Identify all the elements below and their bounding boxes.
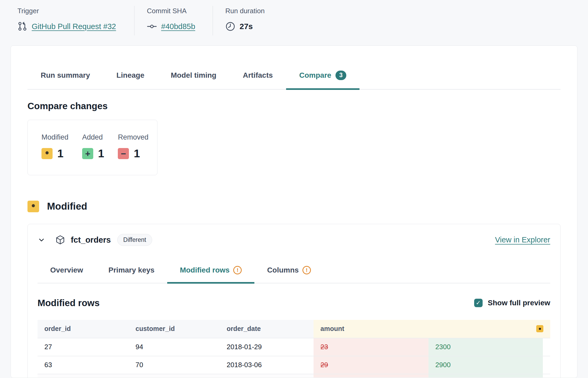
clock-icon	[225, 21, 235, 31]
tab-overview[interactable]: Overview	[38, 266, 96, 283]
modified-count: 1	[57, 147, 63, 160]
modified-icon: •	[41, 148, 53, 159]
tab-run-summary[interactable]: Run summary	[27, 71, 103, 89]
tab-columns[interactable]: Columns !	[254, 266, 324, 283]
added-icon: +	[82, 148, 93, 159]
modified-column-badge	[536, 325, 543, 332]
amount-old-value: 23	[314, 338, 428, 356]
model-cube-icon	[55, 235, 66, 245]
tab-compare[interactable]: Compare 3	[286, 71, 360, 89]
removed-icon: −	[118, 148, 129, 159]
removed-count: 1	[134, 147, 140, 160]
model-card-header: fct_orders Different View in Explorer	[38, 232, 550, 248]
show-full-preview-toggle[interactable]: ✓ Show full preview	[474, 299, 550, 307]
commit-sha-link[interactable]: #40bd85b	[161, 22, 195, 31]
duration-meta: Run duration 27s	[213, 7, 265, 45]
chevron-down-icon[interactable]	[38, 236, 45, 244]
compare-changes-title: Compare changes	[27, 101, 561, 111]
stat-added: Added + 1	[82, 133, 104, 175]
commit-meta: Commit SHA #40bd85b	[134, 7, 213, 45]
change-stats-card: Modified • 1 Added + 1 Removed − 1	[27, 120, 157, 175]
modified-group-title: Modified	[47, 201, 87, 212]
run-detail-card: Run summary Lineage Model timing Artifac…	[11, 45, 577, 378]
table-row-partial	[38, 374, 550, 377]
modified-rows-table: order_id customer_id order_date amount 2…	[38, 320, 550, 377]
amount-new-value: 2900	[428, 356, 543, 374]
modified-icon: •	[27, 201, 39, 212]
tab-modified-rows[interactable]: Modified rows !	[167, 266, 254, 283]
tab-primary-keys[interactable]: Primary keys	[96, 266, 167, 283]
modified-group-header: • Modified	[27, 201, 561, 212]
model-name: fct_orders	[71, 235, 111, 245]
col-header-amount: amount	[314, 320, 550, 338]
duration-value: 27s	[240, 22, 253, 31]
col-header-order-id: order_id	[38, 325, 129, 333]
tab-lineage[interactable]: Lineage	[103, 71, 158, 89]
trigger-link[interactable]: GitHub Pull Request #32	[32, 22, 116, 31]
warning-icon: !	[302, 266, 311, 274]
commit-icon	[147, 21, 157, 31]
checkbox-checked-icon[interactable]: ✓	[474, 299, 483, 307]
model-status-badge: Different	[117, 234, 152, 246]
duration-label: Run duration	[225, 7, 265, 15]
amount-old-value: 29	[314, 356, 428, 374]
col-header-order-date: order_date	[220, 325, 314, 333]
trigger-meta: Trigger GitHub Pull Request #32	[17, 7, 134, 45]
stat-removed: Removed − 1	[118, 133, 148, 175]
commit-label: Commit SHA	[147, 7, 213, 15]
view-in-explorer-link[interactable]: View in Explorer	[495, 236, 550, 244]
pull-request-icon	[17, 21, 27, 31]
modified-rows-title: Modified rows	[38, 298, 100, 308]
added-count: 1	[98, 147, 104, 160]
stat-modified: Modified • 1	[41, 133, 68, 175]
run-tabs: Run summary Lineage Model timing Artifac…	[27, 46, 561, 90]
compare-count-badge: 3	[335, 71, 346, 80]
table-header-row: order_id customer_id order_date amount	[38, 320, 550, 338]
model-card-fct-orders: fct_orders Different View in Explorer Ov…	[27, 224, 561, 378]
col-header-customer-id: customer_id	[129, 325, 220, 333]
table-row: 63 70 2018-03-06 29 2900	[38, 356, 550, 374]
show-full-preview-label: Show full preview	[488, 299, 550, 307]
tab-artifacts[interactable]: Artifacts	[230, 71, 286, 89]
run-meta-header: Trigger GitHub Pull Request #32 Commit S…	[0, 0, 588, 45]
tab-model-timing[interactable]: Model timing	[158, 71, 230, 89]
trigger-label: Trigger	[17, 7, 134, 15]
warning-icon: !	[233, 266, 242, 274]
modified-rows-header: Modified rows ✓ Show full preview	[38, 298, 550, 308]
model-tabs: Overview Primary keys Modified rows ! Co…	[38, 266, 550, 283]
table-row: 27 94 2018-01-29 23 2300	[38, 338, 550, 356]
amount-new-value: 2300	[428, 338, 543, 356]
